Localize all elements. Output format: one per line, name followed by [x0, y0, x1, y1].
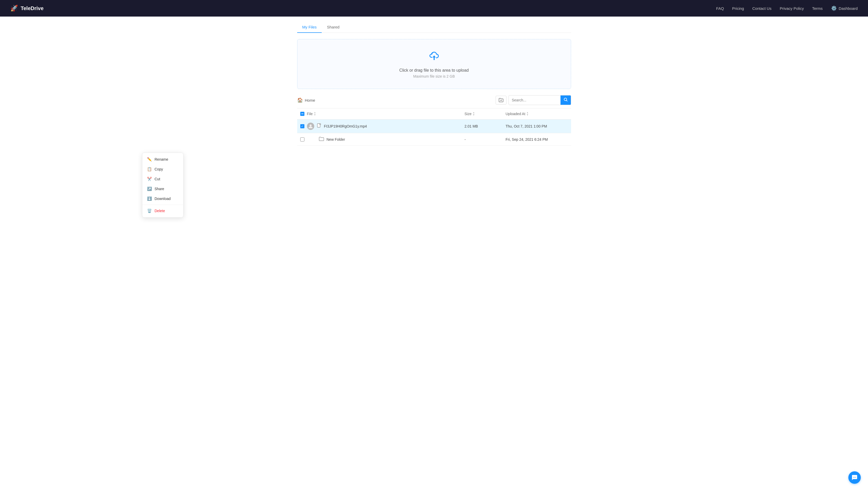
file-date-1: Thu, Oct 7, 2021 1:00 PM [503, 119, 571, 133]
table-row[interactable]: New Folder - Fri, Sep 24, 2021 6:24 PM [297, 133, 571, 146]
file-sort-icons[interactable]: ▲ ▼ [314, 112, 316, 116]
home-label[interactable]: Home [305, 98, 315, 103]
file-type-icon [317, 123, 321, 129]
brand-label: TeleDrive [21, 5, 44, 11]
file-column-header: File ▲ ▼ [297, 108, 462, 119]
home-icon: 🏠 [297, 97, 303, 103]
nav-terms[interactable]: Terms [812, 6, 823, 10]
search-button[interactable] [560, 95, 571, 105]
date-column-header: Uploaded At ▲ ▼ [503, 108, 571, 119]
svg-point-2 [310, 124, 312, 126]
size-sort-icons[interactable]: ▲ ▼ [473, 112, 475, 116]
search-wrap [508, 95, 571, 105]
upload-cloud-icon [427, 50, 441, 65]
upload-text: Click or drag file to this area to uploa… [399, 68, 469, 73]
navbar: 🚀 TeleDrive FAQ Pricing Contact Us Priva… [0, 0, 868, 17]
table-header-row: File ▲ ▼ Size ▲ ▼ [297, 108, 571, 119]
file-size-1: 2.01 MB [462, 119, 503, 133]
file-avatar [307, 123, 314, 130]
files-table: File ▲ ▼ Size ▲ ▼ [297, 108, 571, 146]
folder-type-icon [319, 136, 324, 142]
nav-links: FAQ Pricing Contact Us Privacy Policy Te… [716, 5, 858, 11]
select-all-checkbox[interactable] [300, 112, 304, 116]
file-name-1: FI3JP19H0RgOmG1y.mp4 [324, 124, 367, 128]
file-col-label: File [307, 112, 313, 116]
row-checkbox-2[interactable] [300, 137, 304, 142]
toolbar-right [496, 95, 571, 105]
toolbar: 🏠 Home [297, 95, 571, 105]
nav-pricing[interactable]: Pricing [732, 6, 744, 10]
svg-rect-4 [320, 124, 321, 125]
size-column-header: Size ▲ ▼ [462, 108, 503, 119]
row-checkbox-1[interactable] [300, 124, 304, 128]
date-col-label: Uploaded At [506, 112, 525, 116]
dashboard-label: Dashboard [839, 6, 858, 10]
dashboard-link[interactable]: ⚙️ Dashboard [831, 5, 858, 11]
nav-privacy[interactable]: Privacy Policy [780, 6, 804, 10]
tab-my-files[interactable]: My Files [297, 22, 322, 33]
dashboard-icon: ⚙️ [831, 5, 837, 11]
search-input[interactable] [509, 96, 560, 104]
upload-area[interactable]: Click or drag file to this area to uploa… [297, 39, 571, 89]
nav-faq[interactable]: FAQ [716, 6, 724, 10]
nav-contact[interactable]: Contact Us [752, 6, 771, 10]
tabs: My Files Shared [297, 22, 571, 33]
rocket-icon: 🚀 [10, 5, 18, 12]
breadcrumb: 🏠 Home [297, 97, 315, 103]
upload-hint: Maximum file size is 2 GB [413, 74, 455, 78]
folder-date-2: Fri, Sep 24, 2021 6:24 PM [503, 133, 571, 146]
brand[interactable]: 🚀 TeleDrive [10, 5, 44, 12]
date-sort-icons[interactable]: ▲ ▼ [526, 112, 529, 116]
file-cell: FI3JP19H0RgOmG1y.mp4 [297, 119, 462, 133]
folder-size-2: - [462, 133, 503, 146]
tab-shared[interactable]: Shared [322, 22, 344, 33]
folder-cell: New Folder [297, 133, 462, 146]
size-col-label: Size [465, 112, 472, 116]
folder-name-2: New Folder [327, 137, 345, 142]
new-folder-button[interactable] [496, 96, 506, 105]
table-row[interactable]: FI3JP19H0RgOmG1y.mp4 2.01 MB Thu, Oct 7,… [297, 119, 571, 133]
main-content: My Files Shared Click or drag file to th… [292, 17, 576, 151]
